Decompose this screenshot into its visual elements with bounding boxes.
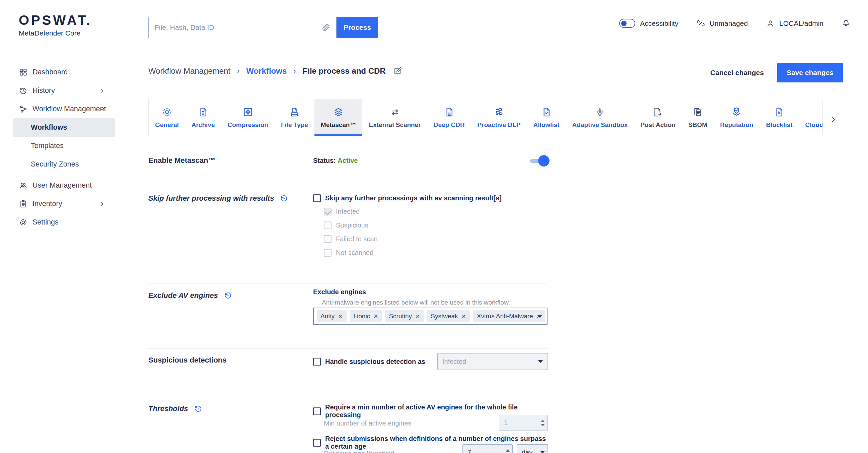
page-actions: Cancel changes Save changes [710,63,843,83]
tab-general[interactable]: General [149,99,185,136]
sidebar-item-security-zones[interactable]: Security Zones [0,155,121,174]
tab-proactive-dlp[interactable]: Proactive DLP [471,99,527,136]
external-scanner-icon [390,107,401,118]
tab-metascan[interactable]: Metascan™ [314,99,363,136]
app-logo: OPSWAT. MetaDefender Core [19,13,92,37]
tab-adaptive-sandbox[interactable]: Adaptive Sandbox [566,99,634,136]
file-type-icon [289,107,300,118]
header-right: Accessibility Unmanaged LOCAL/admin [619,19,850,28]
tab-reputation[interactable]: Reputation [714,99,760,136]
tab-external-scanner[interactable]: External Scanner [362,99,427,136]
definition-age-stepper[interactable]: 7 [462,444,513,453]
workflow-icon [19,104,28,114]
sidebar-item-label: Workflow Management [32,105,106,113]
section-title-exclude-av-engines: Exclude AV engines [148,291,232,300]
tab-sbom[interactable]: SBOM [682,99,714,136]
checkbox-disabled [324,235,332,243]
tab-blocklist[interactable]: Blocklist [760,99,799,136]
accessibility-toggle[interactable] [619,19,635,28]
sidebar-item-label: Inventory [32,200,62,208]
checkbox-disabled [324,249,332,256]
accessibility-control[interactable]: Accessibility [619,19,678,28]
age-unit-select[interactable]: day [517,444,548,453]
tab-allowlist[interactable]: Allowlist [527,99,566,136]
allowlist-icon [541,107,552,118]
history-icon [19,86,28,95]
restore-default-icon[interactable] [193,404,203,413]
process-search-bar[interactable] [148,17,337,38]
skip-processing-checkbox-row[interactable]: Skip any further processings with av sca… [313,194,502,202]
tabs-scroll-right-button[interactable] [827,113,840,126]
blocklist-icon [774,107,785,118]
sidebar-item-workflows[interactable]: Workflows [13,118,115,137]
exclude-engines-helper: Anti-malware engines listed below will n… [322,299,510,306]
checkbox-checked-disabled [324,208,332,215]
sidebar-item-history[interactable]: History [0,82,121,100]
chevron-right-icon [99,201,105,207]
checkbox-unchecked[interactable] [313,439,321,447]
notifications-bell-icon[interactable] [841,19,850,28]
suspicious-as-select: Infected [437,353,548,370]
adaptive-sandbox-icon [594,107,606,118]
restore-default-icon[interactable] [223,291,232,300]
min-engines-stepper[interactable]: 1 [499,415,548,431]
accessibility-label: Accessibility [640,20,678,28]
exclude-engines-multiselect[interactable]: Antiy ✕ Lionic ✕ Scrutiny ✕ Systweak ✕ X… [313,308,548,325]
cancel-changes-button[interactable]: Cancel changes [710,69,764,77]
sidebar-item-dashboard[interactable]: Dashboard [0,63,121,82]
search-input[interactable] [155,24,318,31]
checkbox-unchecked[interactable] [313,358,321,366]
sidebar-item-label: History [32,86,55,95]
remove-chip-icon[interactable]: ✕ [373,313,378,319]
unlink-icon [696,19,705,28]
sidebar-item-templates[interactable]: Templates [0,137,121,155]
sidebar-item-workflow-management[interactable]: Workflow Management [0,100,121,118]
divider [148,397,548,397]
save-changes-button[interactable]: Save changes [777,63,843,83]
stepper-up-icon[interactable] [541,420,545,422]
sidebar-item-settings[interactable]: Settings [0,213,121,232]
engine-chip: Systweak ✕ [427,310,470,322]
stepper-up-icon[interactable] [506,449,510,452]
engine-chip: Xvirus Anti-Malware ✕ [473,310,545,322]
attachment-icon[interactable] [321,23,330,32]
divider [148,349,548,349]
enable-metascan-toggle[interactable] [530,155,549,167]
sidebar-item-inventory[interactable]: Inventory [0,195,121,213]
checkbox-unchecked[interactable] [313,194,321,202]
tab-post-action[interactable]: Post Action [634,99,682,136]
users-icon [19,181,28,190]
divider [148,283,548,283]
tab-file-type[interactable]: File Type [275,99,314,136]
engine-chip: Antiy ✕ [317,310,347,322]
gear-icon [19,218,28,227]
reputation-icon [731,107,742,118]
handle-suspicious-checkbox-row[interactable]: Handle suspicious detection as [313,358,425,366]
reject-old-definitions-checkbox-row[interactable]: Reject submissions when definitions of a… [313,435,549,450]
sidebar: Dashboard History Workflow Management Wo… [0,63,121,232]
tab-archive[interactable]: Archive [185,99,221,136]
remove-chip-icon[interactable]: ✕ [461,313,466,319]
checkbox-unchecked[interactable] [313,407,321,415]
tab-deep-cdr[interactable]: Deep CDR [427,99,471,136]
restore-default-icon[interactable] [279,194,288,203]
tab-compression[interactable]: Compression [221,99,274,136]
stepper-down-icon[interactable] [541,424,545,426]
user-menu[interactable]: LOCAL/admin [766,19,824,28]
section-title-enable-metascan: Enable Metascan™ [148,156,216,165]
breadcrumb-workflow-management[interactable]: Workflow Management [148,66,230,76]
edit-pencil-icon[interactable] [393,67,402,76]
breadcrumb-workflows[interactable]: Workflows [246,66,287,76]
tab-cloud-hash-lookup[interactable]: Cloud Hash Lookup [799,99,823,136]
unmanaged-label: Unmanaged [710,20,748,28]
remove-chip-icon[interactable]: ✕ [338,313,343,319]
dropdown-caret-icon[interactable] [537,315,542,318]
process-button[interactable]: Process [337,17,378,38]
sidebar-item-user-management[interactable]: User Management [0,176,121,195]
remove-chip-icon[interactable]: ✕ [415,313,420,319]
logo-title: OPSWAT. [19,13,92,28]
unmanaged-status[interactable]: Unmanaged [696,19,748,28]
sbom-icon [692,107,703,118]
dropdown-caret-icon [538,360,543,363]
min-engines-label: Min number of active engines [324,420,411,427]
